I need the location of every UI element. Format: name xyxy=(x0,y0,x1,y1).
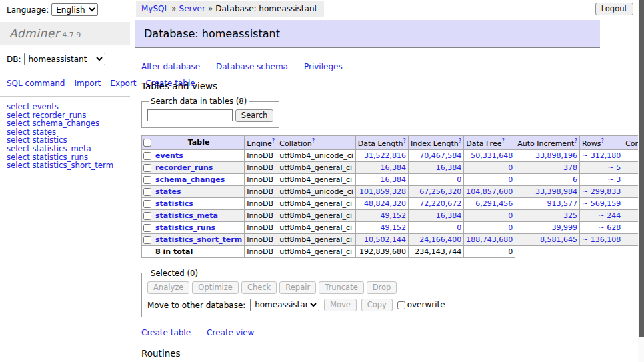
row-checkbox[interactable] xyxy=(143,164,151,172)
index-length-cell[interactable]: 0 xyxy=(409,221,464,233)
data-free-cell[interactable]: 0 xyxy=(464,173,515,185)
row-checkbox[interactable] xyxy=(143,236,151,244)
check-button[interactable]: Check xyxy=(241,281,277,294)
help-link[interactable]: ? xyxy=(459,137,462,144)
link-create-table[interactable]: Create table xyxy=(141,328,191,337)
help-link[interactable]: ? xyxy=(312,137,315,144)
table-name-link[interactable]: events xyxy=(155,151,183,160)
auto-increment-cell[interactable]: 33,898,196 xyxy=(515,149,580,161)
data-free-cell[interactable]: 0 xyxy=(464,221,515,233)
scrollbar-thumb[interactable] xyxy=(639,0,644,337)
search-input[interactable] xyxy=(147,109,233,121)
help-link[interactable]: ? xyxy=(272,137,275,144)
breadcrumb-mysql-link[interactable]: MySQL xyxy=(141,4,169,13)
data-length-cell[interactable]: 101,859,328 xyxy=(355,185,408,197)
row-checkbox[interactable] xyxy=(143,200,151,208)
breadcrumb-separator: » xyxy=(208,4,213,13)
row-checkbox[interactable] xyxy=(143,152,151,160)
help-link[interactable]: ? xyxy=(403,137,407,144)
table-name-cell: statistics xyxy=(153,197,245,209)
rows-cell[interactable]: ~ 628 xyxy=(579,221,623,233)
move-database-select[interactable]: homeassistant xyxy=(250,299,319,311)
database-action-links: Alter databaseDatabase schemaPrivileges xyxy=(141,62,637,71)
rows-cell[interactable]: ~ 569,159 xyxy=(579,197,623,209)
analyze-button[interactable]: Analyze xyxy=(147,281,189,294)
data-length-cell[interactable]: 16,384 xyxy=(355,173,408,185)
data-free-cell[interactable]: 0 xyxy=(464,209,515,221)
link-database-schema[interactable]: Database schema xyxy=(216,62,288,71)
truncate-button[interactable]: Truncate xyxy=(319,281,364,294)
tables-section-title: Tables and views xyxy=(141,81,637,91)
link-alter-database[interactable]: Alter database xyxy=(141,62,200,71)
table-name-link[interactable]: statistics_runs xyxy=(155,223,215,232)
data-length-cell[interactable]: 48,824,320 xyxy=(355,197,408,209)
table-name-link[interactable]: statistics_short_term xyxy=(32,161,113,170)
table-name-link[interactable]: statistics_short_term xyxy=(155,235,242,244)
optimize-button[interactable]: Optimize xyxy=(192,281,239,294)
overwrite-checkbox[interactable] xyxy=(397,301,405,309)
collation-cell: utf8mb4_general_ci xyxy=(277,233,355,245)
table-name-link[interactable]: states xyxy=(155,187,181,196)
move-button[interactable]: Move xyxy=(324,299,357,311)
breadcrumb-separator: » xyxy=(171,4,176,13)
row-checkbox[interactable] xyxy=(143,188,151,196)
auto-increment-cell[interactable]: 325 xyxy=(515,209,580,221)
breadcrumb-server-link[interactable]: Server xyxy=(179,4,205,13)
row-checkbox[interactable] xyxy=(143,224,151,232)
auto-increment-cell[interactable]: 913,577 xyxy=(515,197,580,209)
rows-cell[interactable]: ~ 136,108 xyxy=(579,233,623,245)
data-free-cell[interactable]: 104,857,600 xyxy=(464,185,515,197)
data-free-cell[interactable]: 6,291,456 xyxy=(464,197,515,209)
db-select[interactable]: homeassistant xyxy=(24,53,105,65)
index-length-cell[interactable]: 16,384 xyxy=(409,209,464,221)
table-name-link[interactable]: schema_changes xyxy=(155,175,225,184)
link-privileges[interactable]: Privileges xyxy=(304,62,343,71)
data-length-cell[interactable]: 31,522,816 xyxy=(355,149,408,161)
auto-increment-cell[interactable]: 378 xyxy=(515,161,580,173)
select-all-checkbox[interactable] xyxy=(143,139,151,147)
move-label: Move to other database: xyxy=(147,300,245,309)
rows-cell[interactable]: ~ 244 xyxy=(579,209,623,221)
sidebar-action-import[interactable]: Import xyxy=(74,79,101,88)
table-name-link[interactable]: statistics_meta xyxy=(155,211,218,220)
auto-increment-cell[interactable]: 33,398,984 xyxy=(515,185,580,197)
rows-cell[interactable]: ~ 312,180 xyxy=(579,149,623,161)
search-button[interactable]: Search xyxy=(235,109,274,122)
select-link[interactable]: select xyxy=(7,161,30,170)
auto-increment-cell[interactable]: 8,581,645 xyxy=(515,233,580,245)
index-length-cell[interactable]: 72,220,672 xyxy=(409,197,464,209)
data-length-cell[interactable]: 49,152 xyxy=(355,221,408,233)
auto-increment-cell[interactable]: 6 xyxy=(515,173,580,185)
help-link[interactable]: ? xyxy=(501,137,505,144)
copy-button[interactable]: Copy xyxy=(361,299,393,311)
data-length-cell[interactable]: 49,152 xyxy=(355,209,408,221)
sidebar-action-sql-command[interactable]: SQL command xyxy=(7,79,65,88)
rows-cell[interactable]: ~ 299,833 xyxy=(579,185,623,197)
repair-button[interactable]: Repair xyxy=(279,281,316,294)
data-free-cell[interactable]: 188,743,680 xyxy=(464,233,515,245)
data-free-cell[interactable]: 0 xyxy=(464,161,515,173)
help-link[interactable]: ? xyxy=(574,137,577,144)
index-length-cell[interactable]: 67,256,320 xyxy=(409,185,464,197)
data-free-cell[interactable]: 50,331,648 xyxy=(464,149,515,161)
help-link[interactable]: ? xyxy=(601,137,605,144)
rows-cell[interactable]: ~ 3 xyxy=(579,173,623,185)
index-length-cell[interactable]: 16,384 xyxy=(409,161,464,173)
row-checkbox-cell xyxy=(142,197,153,209)
data-length-cell[interactable]: 16,384 xyxy=(355,161,408,173)
index-length-cell[interactable]: 70,467,584 xyxy=(409,149,464,161)
row-checkbox[interactable] xyxy=(143,176,151,184)
logout-button[interactable]: Logout xyxy=(595,3,633,15)
table-name-link[interactable]: statistics xyxy=(155,199,193,208)
index-length-cell[interactable]: 24,166,400 xyxy=(409,233,464,245)
auto-increment-cell[interactable]: 39,999 xyxy=(515,221,580,233)
language-select[interactable]: English xyxy=(51,3,98,16)
table-row: recorder_runsInnoDButf8mb4_general_ci16,… xyxy=(142,161,644,173)
rows-cell[interactable]: ~ 5 xyxy=(579,161,623,173)
table-name-link[interactable]: recorder_runs xyxy=(155,163,213,172)
index-length-cell[interactable]: 0 xyxy=(409,173,464,185)
link-create-view[interactable]: Create view xyxy=(207,328,254,337)
data-length-cell[interactable]: 10,502,144 xyxy=(355,233,408,245)
row-checkbox[interactable] xyxy=(143,212,151,220)
drop-button[interactable]: Drop xyxy=(367,281,397,294)
